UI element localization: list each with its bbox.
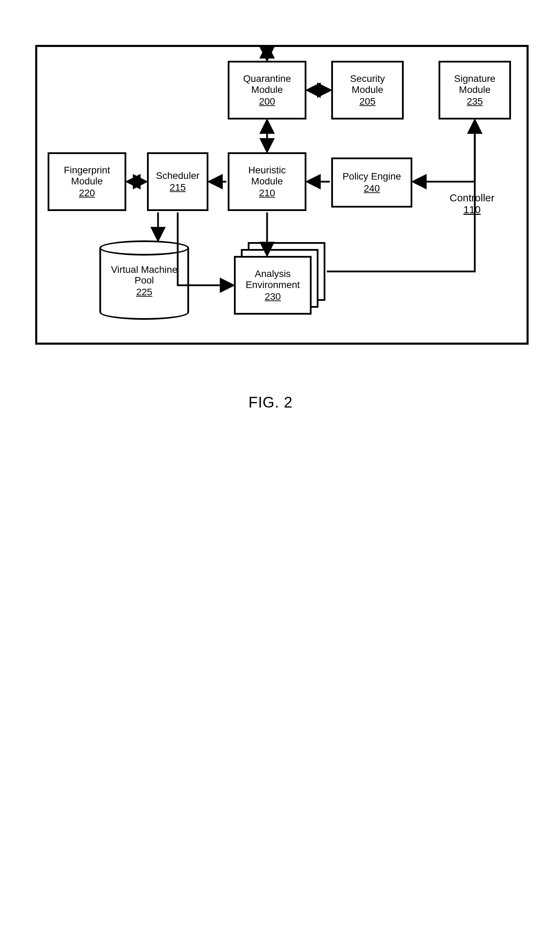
signature-module-ref: 235 [467,96,483,107]
figure-caption: FIG. 2 [248,394,292,411]
controller-name: Controller [434,192,510,204]
controller-ref: 110 [434,204,510,216]
vm-pool-ref: 225 [99,287,189,298]
analysis-environment-ref: 230 [265,291,281,302]
heuristic-module-name: HeuristicModule [248,165,286,187]
policy-engine-name: Policy Engine [343,171,401,182]
controller-frame: QuarantineModule 200 SecurityModule 205 … [35,45,529,345]
quarantine-module-name: QuarantineModule [243,73,291,95]
diagram-page: QuarantineModule 200 SecurityModule 205 … [0,0,560,938]
controller-label: Controller 110 [434,192,510,216]
security-module-ref: 205 [360,96,376,107]
security-module-name: SecurityModule [350,73,385,95]
policy-engine-box: Policy Engine 240 [331,157,412,208]
analysis-environment-name: AnalysisEnvironment [246,268,300,290]
policy-engine-ref: 240 [364,183,380,194]
signature-module-box: SignatureModule 235 [438,61,511,119]
fingerprint-module-box: FingerprintModule 220 [48,152,126,211]
quarantine-module-box: QuarantineModule 200 [228,61,306,119]
signature-module-name: SignatureModule [454,73,495,95]
fingerprint-module-name: FingerprintModule [64,165,110,187]
scheduler-box: Scheduler 215 [147,152,208,211]
analysis-environment-box: AnalysisEnvironment 230 [234,256,312,315]
heuristic-module-ref: 210 [259,188,275,199]
security-module-box: SecurityModule 205 [331,61,404,119]
fingerprint-module-ref: 220 [79,188,95,199]
vm-pool-name: Virtual MachinePool [99,265,189,286]
virtual-machine-pool-cylinder: Virtual MachinePool 225 [99,241,189,320]
scheduler-name: Scheduler [156,170,199,181]
heuristic-module-box: HeuristicModule 210 [228,152,306,211]
arrow-signature-policy-path [414,121,475,182]
quarantine-module-ref: 200 [259,96,275,107]
scheduler-ref: 215 [170,182,186,193]
